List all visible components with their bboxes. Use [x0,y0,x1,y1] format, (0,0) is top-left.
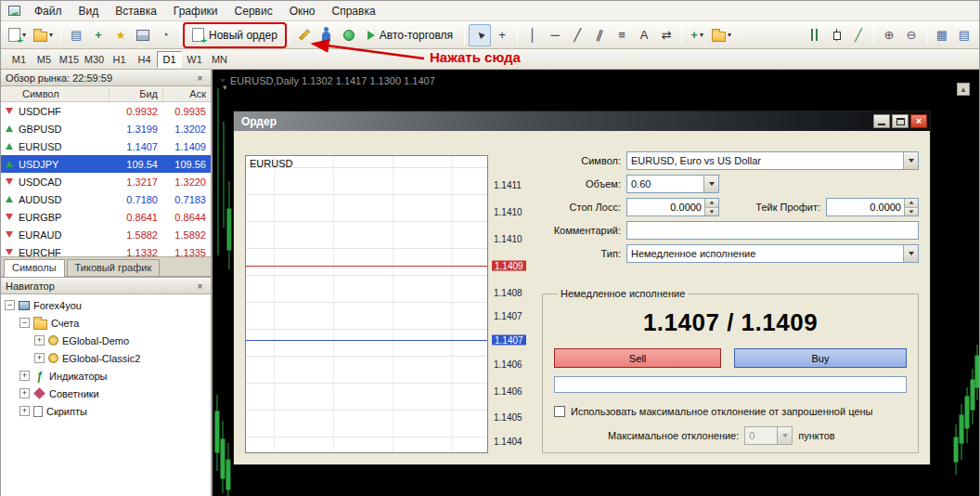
timeframe-m30[interactable]: M30 [82,51,107,68]
step-down-icon[interactable] [905,207,918,216]
stop-loss-stepper[interactable] [704,199,718,215]
table-row[interactable]: GBPUSD 1.3199 1.3202 [1,120,211,137]
table-row[interactable]: EURGBP 0.8641 0.8644 [1,208,211,226]
table-row[interactable]: EURAUD 1.5882 1.5892 [1,226,211,243]
chevron-down-icon[interactable] [703,176,718,192]
symbol-select[interactable]: EURUSD, Euro vs US Dollar [626,151,919,170]
deviation-checkbox-row[interactable]: Использовать максимальное отклонение от … [554,406,907,417]
strategy-tester-button[interactable]: ◔ [154,24,176,46]
bar-chart-button[interactable] [803,24,825,46]
expand-icon[interactable]: + [19,406,30,416]
market-watch-button[interactable]: ▤ [65,24,87,46]
menu-tools[interactable]: Сервис [226,3,281,20]
crosshair-button[interactable]: + [491,24,513,46]
menu-view[interactable]: Вид [71,3,108,20]
table-row[interactable]: EURUSD 1.1407 1.1409 [1,137,211,155]
nav-item-eglobal-classic2[interactable]: + EGlobal-Classic2 [1,349,211,367]
take-profit-input[interactable] [827,199,904,215]
close-icon[interactable]: × [194,72,206,84]
chevron-down-icon[interactable] [903,152,918,169]
channel-button[interactable]: ∥ [588,24,611,46]
news-button[interactable] [338,24,360,46]
tile-windows-button[interactable]: ▦ [931,24,953,46]
chevron-down-icon[interactable] [903,245,918,262]
step-down-icon[interactable] [705,207,718,216]
stop-loss-field[interactable] [626,198,719,216]
timeframe-d1[interactable]: D1 [157,51,182,68]
auto-trading-button[interactable]: Авто-торговля [360,24,460,46]
zoom-out-button[interactable]: ⊖ [900,24,922,46]
templates-button[interactable]: ▾ [708,24,735,46]
text-tool-button[interactable]: A [633,24,655,46]
nav-item-eglobal-demo[interactable]: + EGlobal-Demo [1,332,211,349]
candlestick-chart-button[interactable] [825,24,847,46]
maximize-button[interactable] [892,114,909,128]
timeframe-m5[interactable]: M5 [32,51,57,68]
open-profile-button[interactable]: ▾ [30,24,57,46]
metaeditor-button[interactable] [293,24,316,46]
menu-insert[interactable]: Вставка [107,3,165,20]
community-button[interactable] [316,24,338,46]
trendline-button[interactable]: ╱ [566,24,588,46]
column-symbol[interactable]: Символ [18,88,109,99]
nav-item-indicators[interactable]: + ƒ Индикаторы [1,367,211,385]
tab-symbols[interactable]: Символы [4,259,65,277]
data-window-button[interactable]: + [87,24,110,46]
deviation-checkbox-label[interactable]: Использовать максимальное отклонение от … [571,406,872,417]
timeframe-mn[interactable]: MN [207,51,232,68]
menu-help[interactable]: Справка [324,3,384,20]
take-profit-stepper[interactable] [904,199,918,215]
line-chart-button[interactable]: ╱ [847,24,870,46]
table-row[interactable]: EURCHF 1.1332 1.1335 [1,243,211,256]
table-row-selected[interactable]: USDJPY 109.54 109.56 [1,155,211,173]
new-chart-button[interactable]: + ▾ [5,24,30,46]
minimize-button[interactable] [873,114,890,128]
timeframe-w1[interactable]: W1 [182,51,207,68]
expand-icon[interactable]: + [34,353,45,363]
column-bid[interactable]: Бид [109,88,162,99]
comment-input[interactable] [626,221,919,240]
timeframe-h1[interactable]: H1 [107,51,132,68]
nav-item-accounts[interactable]: − Счета [1,314,211,332]
deviation-checkbox[interactable] [554,406,565,417]
column-ask[interactable]: Аск [162,88,211,99]
nav-item-forex4you[interactable]: − Forex4you [1,296,211,314]
expand-icon[interactable]: + [34,335,45,346]
expand-icon[interactable]: + [19,371,30,381]
nav-item-experts[interactable]: + Советники [1,385,211,402]
collapse-icon[interactable]: − [5,300,15,310]
chart-area[interactable]: ▾ EURUSD,Daily 1.1302 1.1417 1.1300 1.14… [213,70,979,496]
close-button[interactable]: × [910,114,927,128]
volume-select[interactable]: 0.60 [626,175,719,193]
fibonacci-button[interactable]: ≡ [611,24,633,46]
timeframe-m15[interactable]: M15 [57,51,82,68]
arrows-tool-button[interactable]: ⇄ [655,24,677,46]
table-row[interactable]: USDCAD 1.3217 1.3220 [1,173,211,190]
close-icon[interactable]: × [194,281,206,292]
timeframe-h4[interactable]: H4 [132,51,157,68]
take-profit-field[interactable] [826,198,919,216]
tab-tick-chart[interactable]: Тиковый график [67,259,161,276]
menu-charts[interactable]: Графики [165,3,226,20]
stop-loss-input[interactable] [627,199,704,215]
buy-button[interactable]: Buy [734,348,907,368]
vertical-line-button[interactable]: │ [522,24,544,46]
cascade-windows-button[interactable]: ▤ [953,24,975,46]
timeframe-m1[interactable]: M1 [6,51,32,68]
indicators-button[interactable]: + ▾ [686,24,708,46]
chart-scroll-up-button[interactable]: ▲ [957,83,970,96]
table-row[interactable]: USDCHF 0.9932 0.9935 [1,102,211,120]
nav-item-scripts[interactable]: + Скрипты [1,402,211,420]
menu-window[interactable]: Окно [281,3,324,20]
navigator-button[interactable]: ★ [110,24,132,46]
zoom-in-button[interactable]: ⊕ [878,24,900,46]
execution-type-select[interactable]: Немедленное исполнение [626,244,919,263]
step-up-icon[interactable] [705,199,718,207]
step-up-icon[interactable] [905,199,918,207]
table-row[interactable]: AUDUSD 0.7180 0.7183 [1,190,211,208]
collapse-icon[interactable]: − [19,318,30,328]
menu-file[interactable]: Файл [26,3,71,20]
horizontal-line-button[interactable]: ─ [544,24,566,46]
terminal-button[interactable] [132,24,154,46]
cursor-button[interactable]: ► [469,24,491,46]
